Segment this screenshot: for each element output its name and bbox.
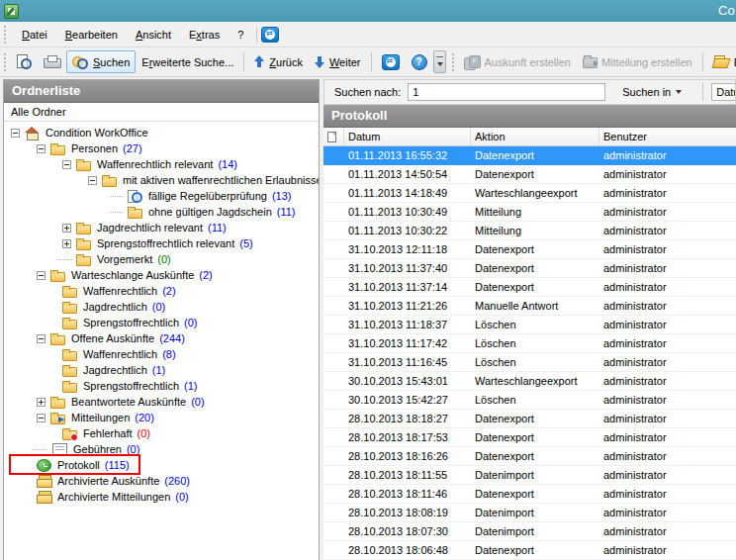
tree-item[interactable]: Archivierte Mitteilungen (0) xyxy=(4,489,319,505)
tree-item[interactable]: Jagdrechtlich (0) xyxy=(4,299,319,315)
table-row[interactable]: 31.10.2013 11:16:45 Löschen administrato… xyxy=(323,353,736,372)
tree-item-icon xyxy=(62,288,77,298)
tree-item[interactable]: mit aktiven waffenrechtlichen Erlaubniss… xyxy=(4,172,319,188)
table-row[interactable]: 01.11.2013 10:30:22 Mitteilung administr… xyxy=(323,222,736,240)
toolbar-grip[interactable] xyxy=(4,53,6,71)
teamviewer-icon[interactable] xyxy=(261,27,279,43)
tree-item[interactable]: ohne gültigen Jagdschein (11) xyxy=(4,204,319,220)
table-row[interactable]: 28.10.2013 18:17:53 Datenexport administ… xyxy=(323,428,736,447)
table-row[interactable]: 31.10.2013 11:21:26 Manuelle Antwort adm… xyxy=(323,297,736,316)
tree-item[interactable]: Offene Auskünfte (244) xyxy=(4,330,319,346)
tree-item-icon xyxy=(62,430,77,440)
tree-item[interactable]: Jagdrechtlich relevant (11) xyxy=(4,220,319,235)
table-row[interactable]: 28.10.2013 18:16:26 Datenexport administ… xyxy=(323,447,736,466)
table-row[interactable]: 01.11.2013 14:18:49 Warteschlangeexport … xyxy=(323,184,736,203)
tree-item[interactable]: Vorgemerkt (0) xyxy=(4,251,319,267)
tree-expander[interactable] xyxy=(62,255,71,264)
table-row[interactable]: 28.10.2013 18:08:19 Datenimport administ… xyxy=(323,504,736,522)
tree-item-icon xyxy=(50,272,65,282)
print-preview-button[interactable] xyxy=(10,50,38,73)
table-row[interactable]: 28.10.2013 18:11:55 Datenimport administ… xyxy=(323,466,736,485)
erweiterte-suche-button[interactable]: Erweiterte Suche... xyxy=(136,52,239,72)
cell-datum: 01.11.2013 14:50:54 xyxy=(344,168,471,180)
suchen-in-dropdown[interactable]: Suchen in xyxy=(615,83,689,101)
app-icon[interactable] xyxy=(4,4,19,19)
tree-expander[interactable] xyxy=(114,208,123,217)
zurueck-button[interactable]: Zurück xyxy=(248,51,309,72)
tree-item[interactable]: Waffenrechtlich relevant (14) xyxy=(4,156,319,172)
teamviewer-button[interactable] xyxy=(376,50,406,74)
tree-item[interactable]: Condition WorkOffice xyxy=(4,125,319,140)
tree-expander[interactable] xyxy=(37,445,46,454)
help-button[interactable] xyxy=(406,50,433,74)
table-row[interactable]: 28.10.2013 18:07:30 Datenimport administ… xyxy=(323,522,736,541)
arrow-up-icon xyxy=(254,55,265,68)
tree-item[interactable]: Mitteilungen (20) xyxy=(4,410,319,425)
tree-item[interactable]: Waffenrechtlich (8) xyxy=(4,346,319,362)
menu-item[interactable]: ? xyxy=(229,25,252,45)
toolbar-grip[interactable] xyxy=(452,53,454,71)
table-row[interactable]: 01.11.2013 10:30:49 Mitteilung administr… xyxy=(323,203,736,222)
tree-expander[interactable] xyxy=(114,192,123,201)
table-row[interactable]: 01.11.2013 14:50:54 Datenexport administ… xyxy=(323,165,736,184)
tree-expander[interactable] xyxy=(88,176,97,185)
table-row[interactable]: 28.10.2013 18:18:27 Datenexport administ… xyxy=(323,410,736,428)
table-row[interactable]: 01.11.2013 16:55:32 Datenexport administ… xyxy=(323,146,736,165)
tree-expander[interactable] xyxy=(11,129,20,138)
tree-expander[interactable] xyxy=(37,414,46,422)
table-row[interactable]: 28.10.2013 18:06:48 Datenexport administ… xyxy=(323,541,736,560)
tree-expander[interactable] xyxy=(62,160,71,169)
tree-item[interactable]: Jagdrechtlich (1) xyxy=(4,362,319,378)
table-row[interactable]: 31.10.2013 11:37:40 Datenexport administ… xyxy=(323,259,736,278)
toolbar-grip[interactable] xyxy=(4,26,9,44)
table-row[interactable]: 31.10.2013 11:17:42 Löschen administrato… xyxy=(323,334,736,353)
auskunft-erstellen-button[interactable]: Auskunft erstellen xyxy=(458,51,577,73)
tree-item[interactable]: Sprengstoffrechtlich relevant (5) xyxy=(4,235,319,251)
table-row[interactable]: 30.10.2013 15:42:27 Löschen administrato… xyxy=(323,391,736,410)
table-row[interactable]: 30.10.2013 15:43:01 Warteschlangeexport … xyxy=(323,372,736,391)
tree-expander[interactable] xyxy=(62,239,71,248)
einlesen-button[interactable]: Einlesen xyxy=(707,51,736,72)
table-row[interactable]: 28.10.2013 18:11:46 Datenexport administ… xyxy=(323,485,736,504)
table-row[interactable]: 31.10.2013 12:11:18 Datenexport administ… xyxy=(323,240,736,259)
tree-item[interactable]: fällige Regelüberprüfung (13) xyxy=(4,188,319,204)
tree-item[interactable]: Fehlerhaft (0) xyxy=(4,425,319,441)
tree-expander[interactable] xyxy=(37,334,46,343)
tree-item[interactable]: Gebühren (0) xyxy=(4,441,319,457)
mitteilung-erstellen-button[interactable]: Mitteilung erstellen xyxy=(577,51,698,72)
tree-item[interactable]: Sprengstoffrechtlich (1) xyxy=(4,378,319,394)
tree-expander[interactable] xyxy=(37,144,46,153)
cell-aktion: Datenexport xyxy=(471,281,599,293)
folder-list-column-header[interactable]: Alle Ordner xyxy=(4,103,319,122)
menu-item[interactable]: Extras xyxy=(180,25,229,45)
menu-item[interactable]: Ansicht xyxy=(127,25,180,45)
search-field-selector[interactable]: Datum xyxy=(711,83,735,101)
table-row[interactable]: 31.10.2013 11:37:14 Datenexport administ… xyxy=(323,278,736,297)
menu-item[interactable]: Datei xyxy=(13,25,56,45)
tree-item[interactable]: Beantwortete Auskünfte (0) xyxy=(4,394,319,410)
column-header-benutzer[interactable]: Benutzer xyxy=(599,128,736,145)
column-header-datum[interactable]: Datum xyxy=(344,128,471,145)
print-button[interactable] xyxy=(38,51,66,73)
weiter-button[interactable]: Weiter xyxy=(309,51,367,72)
toolbar-overflow-button[interactable] xyxy=(433,50,446,73)
tree-item[interactable]: Personen (27) xyxy=(4,140,319,156)
column-header-icon[interactable] xyxy=(323,128,344,145)
tree-item-count: (0) xyxy=(127,443,139,455)
tree-item[interactable]: Archivierte Auskünfte (260) xyxy=(4,473,319,489)
tree-item[interactable]: Warteschlange Auskünfte (2) xyxy=(4,267,319,283)
tree-item[interactable]: Waffenrechtlich (2) xyxy=(4,283,319,299)
tree-expander[interactable] xyxy=(37,398,46,407)
column-header-aktion[interactable]: Aktion xyxy=(471,128,599,145)
suchen-button[interactable]: Suchen xyxy=(66,50,136,73)
tree-item[interactable]: Sprengstoffrechtlich (0) xyxy=(4,315,319,330)
cell-datum: 28.10.2013 18:07:30 xyxy=(344,525,471,537)
cell-datum: 31.10.2013 11:37:40 xyxy=(344,262,471,274)
search-input[interactable] xyxy=(408,83,605,101)
tree-expander[interactable] xyxy=(37,271,46,280)
menu-item[interactable]: Bearbeiten xyxy=(56,25,127,45)
table-row[interactable]: 31.10.2013 11:18:37 Löschen administrato… xyxy=(323,316,736,334)
tree-item[interactable]: Protokoll (115) xyxy=(4,457,319,473)
tree-expander[interactable] xyxy=(62,224,71,233)
cell-datum: 28.10.2013 18:18:27 xyxy=(344,413,471,424)
